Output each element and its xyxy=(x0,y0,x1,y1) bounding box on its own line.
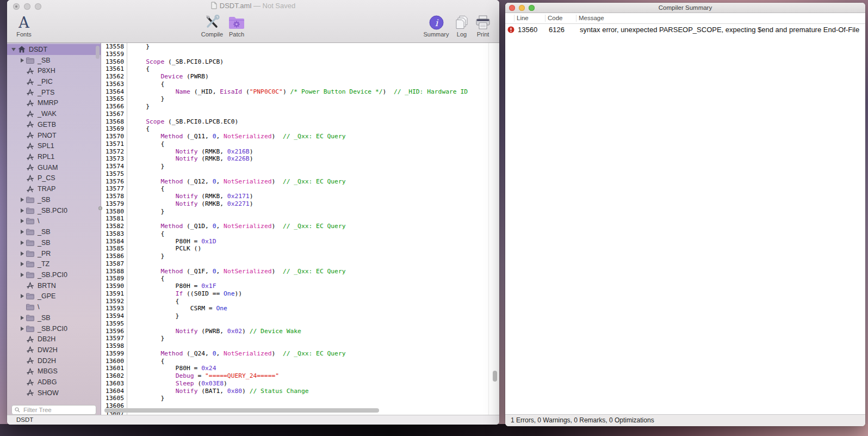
code-text: Device (PWRB) xyxy=(127,73,209,81)
editor-window-header[interactable]: DSDT.aml — Not Saved A Fonts Compile xyxy=(7,0,499,43)
sidebar-item-_sbpci0[interactable]: _SB.PCI0 xyxy=(7,323,101,334)
sidebar-item-dsdt[interactable]: DSDT xyxy=(7,44,101,55)
sidebar-scrollbar-thumb[interactable] xyxy=(96,46,100,59)
sidebar-item-spl1[interactable]: SPL1 xyxy=(7,140,101,151)
code-text: { xyxy=(127,125,150,133)
code-editor[interactable]: 13558 }1355913560 Scope (_SB.PCI0.LPCB)1… xyxy=(101,43,499,415)
code-text xyxy=(127,260,131,268)
disclosure-right-icon[interactable] xyxy=(19,230,26,234)
code-text: { xyxy=(127,140,164,148)
folder-icon xyxy=(26,272,35,278)
sidebar-item-_tz[interactable]: _TZ xyxy=(7,259,101,269)
disclosure-right-icon[interactable] xyxy=(19,251,26,256)
sidebar-item-_sb[interactable]: _SB xyxy=(7,55,101,66)
sidebar-item-pnot[interactable]: PNOT xyxy=(7,130,101,141)
minimize-button[interactable] xyxy=(24,3,30,10)
sidebar-item-brtn[interactable]: BRTN xyxy=(7,280,101,291)
log-button[interactable]: Log xyxy=(452,14,472,38)
sidebar-item-getb[interactable]: GETB xyxy=(7,119,101,130)
sidebar-item-_sb[interactable]: _SB xyxy=(7,237,101,248)
sidebar-item-label: GUAM xyxy=(38,164,58,171)
column-header-line[interactable]: Line xyxy=(514,15,545,22)
disclosure-down-icon[interactable] xyxy=(10,48,17,51)
disclosure-right-icon[interactable] xyxy=(19,241,26,245)
disclosure-right-icon[interactable] xyxy=(19,294,26,298)
sidebar-item-_pic[interactable]: _PIC xyxy=(7,76,101,87)
code-text: } xyxy=(127,312,179,320)
disclosure-right-icon[interactable] xyxy=(19,198,26,202)
folder-icon xyxy=(26,218,35,224)
sidebar-item-_wak[interactable]: _WAK xyxy=(7,108,101,119)
sidebar-item-mbgs[interactable]: MBGS xyxy=(7,366,101,377)
sidebar-item-adbg[interactable]: ADBG xyxy=(7,377,101,388)
minimize-button[interactable] xyxy=(519,5,525,11)
sidebar-item-label: DB2H xyxy=(38,335,55,343)
line-number: 13565 xyxy=(101,95,127,103)
column-header-message[interactable]: Message xyxy=(576,15,865,22)
code-line: 13602 Debug = "=====QUERY_24=====" xyxy=(101,372,488,380)
sidebar-item-trap[interactable]: TRAP xyxy=(7,183,101,194)
summary-button[interactable]: i Summary xyxy=(420,14,452,38)
close-button[interactable] xyxy=(13,3,20,10)
column-header-code[interactable]: Code xyxy=(545,15,576,22)
sidebar-item-label: _SB.PCI0 xyxy=(38,325,67,333)
sidebar-item-_pts[interactable]: _PTS xyxy=(7,87,101,98)
disclosure-right-icon[interactable] xyxy=(19,273,26,277)
sidebar-item-[interactable]: \ xyxy=(7,302,101,312)
print-button[interactable]: Print xyxy=(471,14,495,38)
editor-titlebar[interactable]: DSDT.aml — Not Saved xyxy=(7,0,499,12)
close-button[interactable] xyxy=(509,5,515,11)
method-icon xyxy=(26,164,35,171)
line-number: 13604 xyxy=(101,388,127,395)
code-text: Notify (PWRB, 0x02) // Device Wake xyxy=(127,328,301,335)
sidebar-item-dw2h[interactable]: DW2H xyxy=(7,345,101,355)
sidebar-item-_gpe[interactable]: _GPE xyxy=(7,291,101,302)
code-line: 13573 Notify (RMKB, 0x226B) xyxy=(101,155,488,163)
code-text: { xyxy=(127,185,164,193)
sidebar-item-db2h[interactable]: DB2H xyxy=(7,334,101,345)
line-number: 13596 xyxy=(101,328,127,335)
filter-tree-field[interactable] xyxy=(11,405,96,415)
fonts-button[interactable]: A Fonts xyxy=(10,14,38,38)
sidebar-item-[interactable]: \ xyxy=(7,216,101,227)
sidebar-tree[interactable]: DSDT_SBP8XH_PIC_PTSMMRP_WAKGETBPNOTSPL1R… xyxy=(7,43,101,396)
sidebar-item-p8xh[interactable]: P8XH xyxy=(7,65,101,76)
line-number: 13582 xyxy=(101,223,127,230)
editor-main: DSDT_SBP8XH_PIC_PTSMMRP_WAKGETBPNOTSPL1R… xyxy=(7,43,499,415)
sidebar-item-_pr[interactable]: _PR xyxy=(7,248,101,259)
code-text: } xyxy=(127,395,164,402)
vertical-scrollbar-thumb[interactable] xyxy=(493,371,497,382)
splitter-handle[interactable] xyxy=(98,206,102,210)
sidebar-item-_sbpci0[interactable]: _SB.PCI0 xyxy=(7,269,101,280)
code-line: 13577 { xyxy=(101,185,488,193)
disclosure-right-icon[interactable] xyxy=(19,208,26,213)
sidebar-item-_sb[interactable]: _SB xyxy=(7,312,101,323)
sidebar-item-guam[interactable]: GUAM xyxy=(7,162,101,173)
disclosure-right-icon[interactable] xyxy=(19,327,26,331)
filter-tree-input[interactable] xyxy=(22,406,93,414)
sidebar-item-_sb[interactable]: _SB xyxy=(7,226,101,237)
sidebar-item-dd2h[interactable]: DD2H xyxy=(7,355,101,366)
sidebar-item-mmrp[interactable]: MMRP xyxy=(7,98,101,109)
sidebar-item-_sb[interactable]: _SB xyxy=(7,194,101,205)
sidebar-item-show[interactable]: SHOW xyxy=(7,388,101,396)
sidebar-item-label: SHOW xyxy=(38,389,59,396)
summary-row[interactable]: 135606126syntax error, unexpected PARSEO… xyxy=(505,24,865,35)
horizontal-scrollbar-thumb[interactable] xyxy=(104,408,379,413)
zoom-button[interactable] xyxy=(529,5,535,11)
zoom-button[interactable] xyxy=(35,3,41,10)
summary-titlebar[interactable]: Compiler Summary xyxy=(505,3,865,13)
sidebar-item-rpl1[interactable]: RPL1 xyxy=(7,151,101,162)
code-text: Name (_HID, EisaId ("PNP0C0C") /* Power … xyxy=(127,88,468,96)
sidebar-item-_sbpci0[interactable]: _SB.PCI0 xyxy=(7,205,101,216)
code-line: 13598 xyxy=(101,342,488,350)
home-icon xyxy=(17,46,26,53)
code-line: 13570 Method (_Q11, 0, NotSerialized) //… xyxy=(101,133,488,140)
disclosure-right-icon[interactable] xyxy=(19,58,26,63)
patch-button[interactable]: Patch xyxy=(224,14,250,38)
line-number: 13597 xyxy=(101,335,127,342)
disclosure-right-icon[interactable] xyxy=(19,262,26,266)
disclosure-right-icon[interactable] xyxy=(19,316,26,320)
disclosure-right-icon[interactable] xyxy=(19,219,26,223)
sidebar-item-p_cs[interactable]: P_CS xyxy=(7,173,101,184)
